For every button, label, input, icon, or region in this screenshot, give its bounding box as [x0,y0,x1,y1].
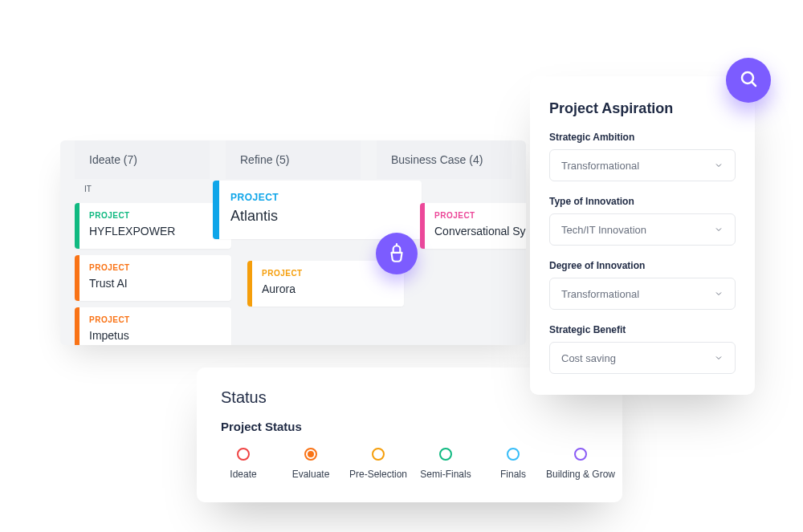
column-header: Business Case (4) [377,140,512,179]
status-option[interactable]: Finals [491,448,536,480]
search-button[interactable] [726,58,771,103]
project-card-featured[interactable]: PROJECT Atlantis [213,181,422,239]
field-label: Strategic Ambition [549,132,736,143]
status-ring-icon [372,448,385,461]
project-card[interactable]: PROJECT HYFLEXPOWER [75,203,231,249]
status-option[interactable]: Ideate [221,448,266,480]
status-label: Building & Grow [546,469,615,480]
select-value: Transformational [561,288,639,300]
field-label: Type of Innovation [549,196,736,207]
strategic-ambition-select[interactable]: Transformational [549,149,736,181]
status-ring-icon [439,448,452,461]
chevron-down-icon [714,160,724,170]
select-value: Transformational [561,160,639,172]
project-card[interactable]: PROJECT Aurora [247,261,404,307]
status-ring-icon [507,448,520,461]
kanban-column-ideate: Ideate (7) [75,140,210,187]
status-ring-icon [304,448,317,461]
status-option[interactable]: Evaluate [288,448,333,480]
card-title: Impetus [89,329,220,342]
card-tag: PROJECT [89,211,220,220]
project-aspiration-panel: Project Aspiration Strategic Ambition Tr… [530,76,755,395]
card-tag: PROJECT [89,315,220,324]
status-option[interactable]: Semi-Finals [423,448,468,480]
pointer-icon [376,233,418,274]
select-value: Tech/IT Innovation [561,224,646,236]
status-option[interactable]: Building & Grow [558,448,603,480]
status-options: IdeateEvaluatePre-SelectionSemi-FinalsFi… [221,448,600,480]
chevron-down-icon [714,289,724,298]
field-label: Strategic Benefit [549,324,736,335]
status-label: Ideate [230,469,256,480]
project-card[interactable]: PROJECT Trust AI [75,255,231,301]
card-tag: PROJECT [434,211,526,220]
status-ring-icon [237,448,250,461]
column-header: Refine (5) [226,140,361,179]
degree-of-innovation-select[interactable]: Transformational [549,278,736,310]
status-label: Finals [500,469,526,480]
status-option[interactable]: Pre-Selection [356,448,401,480]
status-label: Semi-Finals [420,469,471,480]
svg-line-1 [752,83,756,86]
card-tag: PROJECT [262,269,393,278]
card-title: Conversational Sy [434,225,526,238]
card-title: Aurora [262,282,393,295]
strategic-benefit-select[interactable]: Cost saving [549,342,736,374]
card-title: Atlantis [230,208,407,225]
card-tag: PROJECT [89,263,220,272]
project-card[interactable]: PROJECT Impetus [75,307,231,345]
select-value: Cost saving [561,352,616,364]
card-title: HYFLEXPOWER [89,225,220,238]
project-card[interactable]: PROJECT Conversational Sy [420,203,526,249]
card-title: Trust AI [89,277,220,290]
status-label: Evaluate [292,469,330,480]
column-header: Ideate (7) [75,140,210,179]
chevron-down-icon [714,353,724,363]
truncated-row-label: IT [84,185,92,193]
kanban-board: Ideate (7) Refine (5) Business Case (4) … [60,140,526,345]
status-ring-icon [574,448,587,461]
panel-title: Project Aspiration [549,100,736,117]
panel-subtitle: Project Status [221,420,600,433]
field-label: Degree of Innovation [549,260,736,271]
type-of-innovation-select[interactable]: Tech/IT Innovation [549,213,736,246]
search-icon [739,69,758,91]
status-label: Pre-Selection [349,469,407,480]
card-tag: PROJECT [230,192,407,203]
chevron-down-icon [714,225,724,234]
